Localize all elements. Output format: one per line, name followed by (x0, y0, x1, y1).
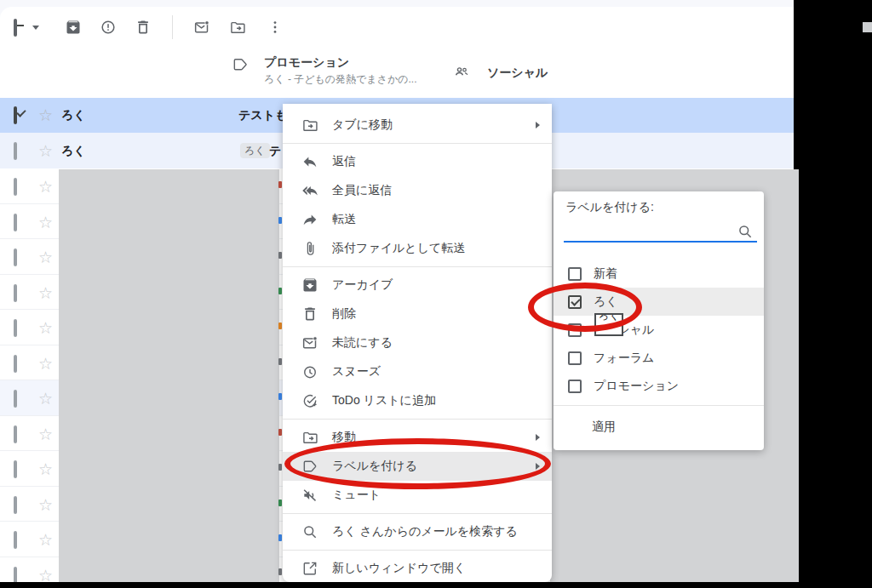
content-speck (278, 393, 282, 400)
menu-item-label: 全員に返信 (332, 183, 392, 198)
mark-unread-button[interactable] (193, 19, 210, 36)
row-checkbox[interactable] (14, 531, 17, 549)
annotation-ellipse-roku-checkbox (528, 283, 642, 332)
star-icon[interactable]: ☆ (38, 249, 53, 265)
star-icon[interactable]: ☆ (38, 107, 53, 123)
tab-promotions[interactable]: プロモーション ろく - 子どもの発熱でまさかの... (218, 48, 431, 97)
star-icon[interactable]: ☆ (38, 356, 53, 372)
label-checkbox[interactable] (568, 351, 582, 365)
menu-divider (283, 513, 552, 514)
menu-item-forward[interactable]: 転送 (283, 205, 552, 234)
menu-item-archive[interactable]: アーカイブ (283, 271, 552, 300)
apply-button[interactable]: 適用 (554, 406, 764, 448)
row-checkbox[interactable] (14, 496, 17, 514)
menu-item-open-new-window[interactable]: 新しいウィンドウで開く (283, 554, 552, 582)
menu-item-reply-all[interactable]: 全員に返信 (283, 176, 552, 205)
attachment-icon (301, 240, 318, 257)
row-checkbox[interactable] (14, 248, 17, 266)
label-menu-title: ラベルを付ける: (565, 200, 654, 215)
row-checkbox[interactable] (14, 355, 17, 373)
menu-item-label: ToDo リストに追加 (332, 393, 436, 408)
toolbar-divider (172, 15, 173, 39)
star-icon[interactable]: ☆ (38, 391, 53, 407)
select-all-checkbox[interactable] (14, 19, 17, 37)
menu-divider (283, 550, 552, 551)
menu-item-label: 転送 (332, 212, 356, 227)
open-new-window-icon (301, 560, 318, 577)
menu-item-attachment[interactable]: 添付ファイルとして転送 (283, 234, 552, 263)
row-checkbox[interactable] (14, 178, 17, 196)
tab-promotions-preview: ろく - 子どもの発熱でまさかの... (264, 72, 426, 87)
tab-primary[interactable]: メイン (0, 48, 211, 97)
menu-item-search[interactable]: ろく さんからのメールを検索する (283, 517, 552, 546)
menu-item-add-task[interactable]: ToDo リストに追加 (283, 386, 552, 415)
menu-divider (283, 266, 552, 267)
menu-item-label: ろく さんからのメールを検索する (332, 524, 518, 539)
gmail-inbox-screenshot: メイン プロモーション ろく - 子どもの発熱でまさかの... ソーシャル ☆ … (0, 0, 872, 588)
mute-icon (301, 487, 318, 504)
move-to-button[interactable] (229, 19, 246, 36)
email-context-menu: タブに移動返信全員に返信転送添付ファイルとして転送アーカイブ削除未読にするスヌー… (283, 104, 552, 582)
label-option-name: 新着 (594, 266, 617, 282)
star-icon[interactable]: ☆ (38, 461, 53, 477)
menu-item-label: 未読にする (332, 335, 393, 351)
star-icon[interactable]: ☆ (38, 568, 53, 583)
menu-item-snooze[interactable]: スヌーズ (283, 357, 552, 386)
label-checkbox[interactable] (568, 267, 582, 281)
menu-item-label: 添付ファイルとして転送 (332, 241, 465, 256)
row-checkbox[interactable] (14, 319, 17, 337)
star-icon[interactable]: ☆ (38, 497, 53, 513)
content-speck (278, 252, 282, 259)
menu-item-reply[interactable]: 返信 (283, 147, 552, 176)
row-checkbox-checked[interactable] (14, 106, 17, 124)
label-option-name: フォーラム (594, 351, 654, 366)
row-checkbox[interactable] (14, 284, 17, 302)
content-speck (278, 181, 282, 188)
content-speck (278, 217, 282, 224)
menu-item-label: 削除 (332, 306, 356, 322)
menu-item-delete[interactable]: 削除 (283, 300, 552, 328)
label-option-row[interactable]: フォーラム (554, 344, 764, 372)
menu-item-label: 返信 (332, 154, 356, 169)
email-sender: ろく (61, 144, 86, 159)
row-checkbox[interactable] (14, 460, 17, 478)
annotation-ellipse-label-as (284, 438, 551, 489)
row-checkbox[interactable] (14, 567, 17, 583)
tag-icon (232, 56, 249, 73)
reply-icon (301, 153, 318, 170)
move-to-icon (301, 429, 318, 446)
star-icon[interactable]: ☆ (38, 320, 53, 336)
row-checkbox[interactable] (14, 390, 17, 408)
star-icon[interactable]: ☆ (38, 143, 53, 159)
star-icon[interactable]: ☆ (38, 179, 53, 195)
menu-item-folder-move[interactable]: タブに移動 (283, 111, 552, 140)
label-search-input[interactable] (564, 220, 757, 243)
menu-item-label: ミュート (332, 488, 381, 503)
toolbar (0, 7, 794, 48)
label-checkbox[interactable] (568, 380, 582, 393)
more-options-button[interactable] (267, 19, 284, 36)
reply-all-icon (301, 182, 318, 199)
content-speck (278, 534, 282, 541)
redacted-content-overlay-left (59, 169, 279, 582)
menu-item-label: 新しいウィンドウで開く (332, 561, 466, 576)
star-icon[interactable]: ☆ (38, 532, 53, 548)
star-icon[interactable]: ☆ (38, 426, 53, 442)
report-spam-button[interactable] (100, 19, 117, 36)
menu-item-mark-unread[interactable]: 未読にする (283, 328, 552, 357)
archive-button[interactable] (65, 19, 82, 36)
label-option-row[interactable]: プロモーション (554, 372, 764, 400)
row-checkbox[interactable] (14, 425, 17, 443)
star-icon[interactable]: ☆ (38, 214, 53, 231)
tab-social[interactable]: ソーシャル (439, 48, 584, 97)
tab-promotions-label: プロモーション (264, 55, 349, 71)
menu-item-label: スヌーズ (332, 364, 381, 380)
content-speck (278, 358, 282, 365)
row-checkbox[interactable] (14, 214, 17, 231)
star-icon[interactable]: ☆ (38, 285, 53, 301)
row-checkbox[interactable] (14, 142, 17, 160)
delete-button[interactable] (135, 19, 152, 36)
selection-caret-down-icon[interactable] (32, 26, 39, 30)
label-chip[interactable]: ろく (240, 143, 270, 158)
content-speck (278, 464, 282, 471)
